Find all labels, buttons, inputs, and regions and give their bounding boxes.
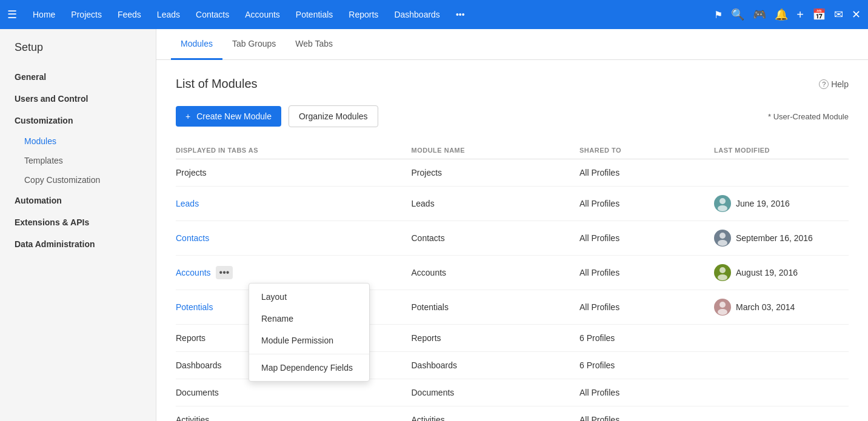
nav-dashboards[interactable]: Dashboards	[388, 6, 446, 23]
context-menu-item[interactable]: Module Permission	[249, 330, 369, 351]
sidebar-section-data-administration[interactable]: Data Administration	[0, 233, 156, 255]
table-row: ContactsContactsAll ProfilesSeptember 16…	[176, 221, 849, 256]
nav-contacts[interactable]: Contacts	[190, 6, 235, 23]
module-shared: All Profiles	[579, 187, 714, 221]
module-name: Leads	[412, 187, 580, 221]
bell-icon[interactable]: 🔔	[775, 8, 788, 21]
table-row: LeadsLeadsAll ProfilesJune 19, 2016	[176, 187, 849, 221]
sidebar-title: Setup	[0, 41, 156, 66]
content-header: List of Modules ? Help	[176, 77, 849, 91]
table-row: ActivitiesActivitiesAll Profiles	[176, 406, 849, 422]
nav-more[interactable]: •••	[450, 6, 471, 23]
sidebar-section-automation[interactable]: Automation	[0, 190, 156, 211]
module-name: Documents	[412, 379, 580, 406]
main-content: Modules Tab Groups Web Tabs List of Modu…	[156, 29, 868, 421]
nav-projects[interactable]: Projects	[65, 6, 108, 23]
context-menu-item[interactable]: Layout	[249, 286, 369, 308]
svg-point-0	[719, 198, 726, 204]
avatar	[714, 195, 731, 212]
svg-point-3	[718, 240, 727, 246]
sidebar-section-users-control[interactable]: Users and Control	[0, 88, 156, 110]
table-row: ProjectsProjectsAll Profiles	[176, 159, 849, 187]
svg-point-7	[718, 309, 727, 315]
module-tab-name: Reports	[176, 333, 205, 343]
module-name: Projects	[412, 159, 580, 187]
module-shared: All Profiles	[579, 221, 714, 256]
sidebar-item-copy-customization[interactable]: Copy Customization	[0, 170, 156, 190]
module-tab-name[interactable]: Leads	[176, 199, 199, 208]
svg-point-4	[719, 267, 726, 273]
tab-web-tabs[interactable]: Web Tabs	[285, 29, 342, 60]
user-created-note: * User-Created Module	[768, 112, 849, 121]
top-navigation: ☰ Home Projects Feeds Leads Contacts Acc…	[0, 0, 868, 29]
module-name: Potentials	[412, 290, 580, 325]
sidebar-item-modules[interactable]: Modules	[0, 131, 156, 151]
context-menu: LayoutRenameModule PermissionMap Depende…	[249, 283, 370, 382]
module-tab-name[interactable]: Accounts	[176, 268, 211, 277]
modules-table: DISPLAYED IN TABS AS MODULE NAME SHARED …	[176, 142, 849, 421]
module-tab-name: Dashboards	[176, 360, 222, 370]
module-last-modified: August 19, 2016	[714, 256, 849, 290]
nav-reports[interactable]: Reports	[342, 6, 384, 23]
sidebar-section-customization[interactable]: Customization	[0, 110, 156, 131]
col-header-module: MODULE NAME	[412, 142, 580, 159]
tab-tab-groups[interactable]: Tab Groups	[222, 29, 285, 60]
nav-home[interactable]: Home	[27, 6, 61, 23]
nav-feeds[interactable]: Feeds	[112, 6, 147, 23]
module-last-modified	[714, 406, 849, 422]
game-icon[interactable]: 🎮	[753, 8, 766, 21]
svg-point-1	[718, 205, 727, 211]
module-shared: All Profiles	[579, 290, 714, 325]
nav-leads[interactable]: Leads	[151, 6, 186, 23]
context-menu-item[interactable]: Rename	[249, 308, 369, 330]
tab-modules[interactable]: Modules	[171, 29, 222, 60]
col-header-tab: DISPLAYED IN TABS AS	[176, 142, 412, 159]
menu-icon[interactable]: ☰	[7, 8, 17, 21]
nav-accounts[interactable]: Accounts	[239, 6, 286, 23]
module-last-modified: June 19, 2016	[714, 187, 849, 221]
module-last-modified	[714, 352, 849, 379]
module-name: Reports	[412, 325, 580, 352]
nav-potentials[interactable]: Potentials	[290, 6, 339, 23]
search-icon[interactable]: 🔍	[731, 8, 744, 21]
settings-icon[interactable]: ✕	[852, 8, 861, 21]
calendar-icon[interactable]: 📅	[812, 8, 826, 21]
module-last-modified: September 16, 2016	[714, 221, 849, 256]
module-name: Accounts	[412, 256, 580, 290]
context-menu-item[interactable]: Map Dependency Fields	[249, 357, 369, 379]
sidebar-section-general[interactable]: General	[0, 66, 156, 88]
module-shared: All Profiles	[579, 256, 714, 290]
module-tab-name[interactable]: Potentials	[176, 302, 213, 312]
avatar	[714, 299, 731, 316]
tabs-bar: Modules Tab Groups Web Tabs	[156, 29, 868, 60]
module-last-modified	[714, 159, 849, 187]
module-last-modified	[714, 379, 849, 406]
module-tab-name: Documents	[176, 388, 219, 397]
sidebar-item-templates[interactable]: Templates	[0, 151, 156, 170]
module-shared: All Profiles	[579, 159, 714, 187]
help-link[interactable]: ? Help	[819, 79, 849, 89]
module-last-modified: March 03, 2014	[714, 290, 849, 325]
plus-decor: +	[185, 111, 190, 121]
module-tab-name: Projects	[176, 168, 207, 177]
module-last-modified	[714, 325, 849, 352]
module-shared: All Profiles	[579, 379, 714, 406]
module-tab-name[interactable]: Contacts	[176, 233, 209, 243]
mail-icon[interactable]: ✉	[834, 8, 843, 21]
help-icon: ?	[819, 79, 829, 89]
plus-icon[interactable]: +	[796, 8, 804, 22]
col-header-shared: SHARED TO	[579, 142, 714, 159]
col-header-modified: LAST MODIFIED	[714, 142, 849, 159]
module-shared[interactable]: 6 Profiles	[579, 325, 714, 352]
content-area: List of Modules ? Help + Create New Modu…	[156, 60, 868, 421]
module-shared: All Profiles	[579, 406, 714, 422]
create-module-button[interactable]: + Create New Module	[176, 106, 281, 127]
svg-point-5	[718, 274, 727, 280]
module-shared[interactable]: 6 Profiles	[579, 352, 714, 379]
flag-icon[interactable]: ⚑	[714, 9, 723, 21]
sidebar-section-extensions-apis[interactable]: Extensions & APIs	[0, 211, 156, 233]
organize-modules-button[interactable]: Organize Modules	[289, 105, 378, 127]
page-title: List of Modules	[176, 77, 258, 91]
avatar	[714, 230, 731, 247]
module-options-button[interactable]: •••	[216, 266, 233, 279]
